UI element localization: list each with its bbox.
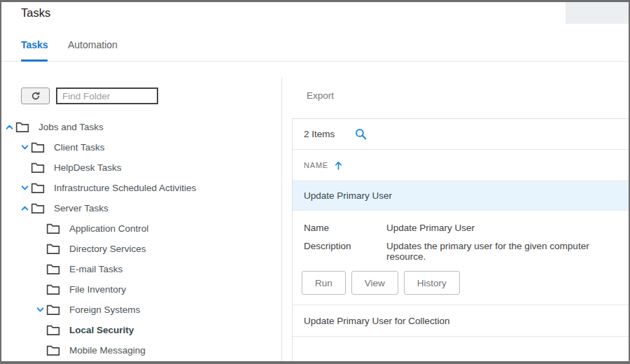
refresh-icon [31,91,41,101]
search-icon[interactable] [354,127,368,141]
chevron-down-icon[interactable] [19,183,31,193]
column-header-name[interactable]: NAME [293,150,629,181]
folder-icon [46,243,60,255]
task-row-selected[interactable]: Update Primary User [293,181,629,211]
folder-icon [46,344,60,356]
tree-item-client-tasks[interactable]: Client Tasks [1,137,281,158]
tree-item-local-security[interactable]: Local Security [1,320,281,340]
tree-item-file-inventory[interactable]: File Inventory [1,279,281,300]
tree-item-foreign-systems[interactable]: Foreign Systems [1,300,281,320]
folder-tree: Jobs and TasksClient TasksHelpDesk Tasks… [1,117,281,360]
find-folder-input[interactable] [56,88,158,104]
tree-item-label: Local Security [69,325,134,335]
folder-icon [46,223,60,234]
detail-description-row: Description Updates the primary user for… [304,241,617,262]
name-value: Update Primary User [386,223,475,233]
tree-item-label: Server Tasks [54,203,108,214]
task-list-panel: 2 Items NAME Update Primary User Name [292,118,629,361]
active-tab-underline [21,59,48,62]
folder-icon [46,304,60,316]
run-button[interactable]: Run [302,271,346,295]
tree-item-directory-services[interactable]: Directory Services [1,239,281,259]
folder-icon [46,284,60,295]
panel-divider [281,78,282,361]
tree-item-helpdesk-tasks[interactable]: HelpDesk Tasks [1,158,281,178]
list-toolbar: 2 Items [293,119,629,150]
description-label: Description [304,241,386,262]
tasks-window: Tasks Tasks Automation Jobs and TasksCli… [0,0,630,364]
chevron-down-icon[interactable] [34,304,46,315]
tree-item-label: Mobile Messaging [69,345,146,356]
export-button[interactable]: Export [307,90,334,101]
description-value: Updates the primary user for the given c… [386,241,617,262]
tree-item-label: Foreign Systems [69,304,140,315]
folder-icon [46,324,60,336]
folder-icon [31,202,45,214]
folder-icon [31,162,45,174]
folder-icon [46,263,60,275]
tab-automation[interactable]: Automation [68,39,118,50]
tree-item-label: Application Control [69,223,148,234]
chevron-up-icon[interactable] [4,122,15,132]
name-label: Name [304,223,386,233]
top-right-panel-fragment [566,2,629,24]
view-button[interactable]: View [351,271,398,295]
tree-item-label: Client Tasks [54,142,105,153]
task-row[interactable]: Update Primary User for Collection [293,305,629,337]
task-detail-panel: Name Update Primary User Description Upd… [293,211,629,305]
tab-tasks[interactable]: Tasks [21,39,48,50]
tree-item-label: Jobs and Tasks [38,122,104,132]
sort-ascending-icon [335,161,342,170]
tree-item-infrastructure-scheduled-activities[interactable]: Infrastructure Scheduled Activities [1,178,281,198]
detail-buttons: RunViewHistory [302,271,617,295]
folder-icon [15,121,29,133]
tree-item-application-control[interactable]: Application Control [1,218,281,239]
tree-item-label: E-mail Tasks [69,264,122,274]
folder-icon [31,182,45,194]
tree-item-label: File Inventory [69,284,126,295]
items-count: 2 Items [304,129,335,139]
tree-item-label: HelpDesk Tasks [54,162,122,173]
chevron-down-icon[interactable] [19,142,31,153]
tree-item-label: Infrastructure Scheduled Activities [54,183,196,193]
detail-name-row: Name Update Primary User [304,223,617,233]
folder-icon [31,141,45,153]
refresh-folders-button[interactable] [21,88,50,104]
tree-item-server-tasks[interactable]: Server Tasks [1,198,281,218]
tree-item-jobs-and-tasks[interactable]: Jobs and Tasks [1,117,281,137]
chevron-up-icon[interactable] [19,203,31,214]
tree-item-label: Directory Services [69,244,146,254]
tree-item-mobile-messaging[interactable]: Mobile Messaging [1,340,281,360]
history-button[interactable]: History [404,271,460,295]
tree-item-e-mail-tasks[interactable]: E-mail Tasks [1,259,281,279]
page-title: Tasks [21,6,50,20]
tabbar-divider [1,61,629,62]
